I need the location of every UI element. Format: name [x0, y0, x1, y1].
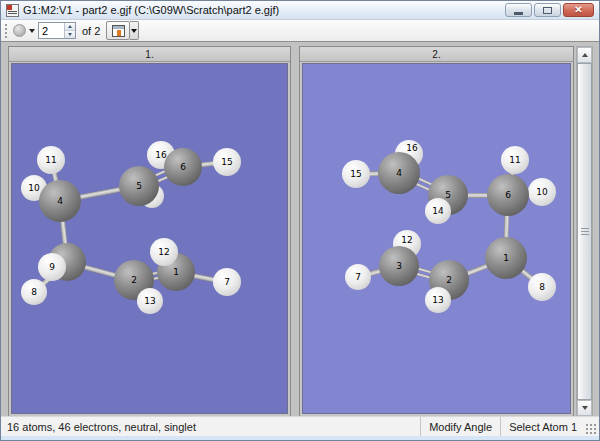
- atom-label: 3: [396, 261, 402, 271]
- toolbar-grip[interactable]: [4, 23, 9, 39]
- maximize-button[interactable]: [534, 3, 561, 17]
- frame-number-input[interactable]: [39, 23, 64, 38]
- status-bar: 16 atoms, 46 electrons, neutral, singlet…: [1, 416, 599, 436]
- atom-C5[interactable]: 5: [119, 166, 159, 206]
- atom-H15[interactable]: 15: [213, 148, 241, 176]
- atom-H14[interactable]: 14: [425, 198, 451, 224]
- frame-total-label: of 2: [82, 25, 100, 37]
- chevron-down-icon: [131, 29, 137, 33]
- atom-label: 6: [180, 162, 186, 172]
- resize-grip[interactable]: [585, 423, 597, 435]
- chevron-down-icon[interactable]: [29, 29, 35, 33]
- frame-spinbox: [38, 22, 76, 39]
- selection-indicator: Select Atom 1: [500, 417, 585, 436]
- atom-H13[interactable]: 13: [425, 287, 451, 313]
- atom-label: 15: [221, 157, 232, 167]
- atom-C6[interactable]: 6: [164, 148, 202, 186]
- atom-C4[interactable]: 4: [378, 152, 420, 194]
- spin-down-icon: [68, 33, 72, 36]
- atom-label: 4: [396, 168, 402, 178]
- atom-H7[interactable]: 7: [213, 268, 241, 296]
- view-panel-1: 1. 10111645615892113127: [8, 46, 291, 417]
- atom-label: 5: [136, 181, 142, 191]
- atom-H8[interactable]: 8: [21, 279, 47, 305]
- frame-toolbar: of 2: [1, 20, 599, 42]
- window-frame-bottom: [1, 436, 599, 440]
- atom-H8[interactable]: 8: [528, 273, 556, 301]
- scroll-up-button[interactable]: [577, 47, 592, 63]
- title-bar: G1:M2:V1 - part2 e.gjf (C:\G09W\Scratch\…: [1, 1, 599, 20]
- atom-label: 6: [505, 190, 511, 200]
- atom-label: 8: [31, 287, 37, 297]
- scroll-down-button[interactable]: [577, 400, 592, 416]
- maximize-icon: [543, 7, 552, 14]
- app-icon: [6, 4, 19, 17]
- panel-1-header[interactable]: 1.: [9, 47, 290, 62]
- atom-label: 16: [406, 143, 417, 153]
- arrow-up-icon: [582, 53, 588, 57]
- close-button[interactable]: ✕: [563, 3, 594, 17]
- atom-H7[interactable]: 7: [345, 264, 371, 290]
- atom-label: 2: [131, 275, 137, 285]
- atom-sphere-button[interactable]: [13, 24, 26, 37]
- panel-2-header[interactable]: 2.: [300, 47, 573, 62]
- atom-C6[interactable]: 6: [487, 174, 529, 216]
- atom-label: 2: [446, 275, 452, 285]
- atom-label: 15: [350, 169, 361, 179]
- atom-label: 4: [57, 196, 63, 206]
- vertical-scrollbar[interactable]: [576, 46, 593, 417]
- molecule-viewport-1[interactable]: 10111645615892113127: [11, 63, 288, 414]
- spin-down-button[interactable]: [65, 30, 75, 38]
- view-panel-2: 2. 1516451411106712321318: [299, 46, 574, 417]
- close-icon: ✕: [574, 5, 582, 15]
- atom-label: 7: [355, 272, 361, 282]
- atom-label: 12: [401, 235, 412, 245]
- atom-label: 13: [432, 295, 443, 305]
- atom-label: 10: [28, 183, 39, 193]
- atom-label: 14: [432, 206, 443, 216]
- multiview-window-icon: [112, 25, 125, 37]
- spin-up-icon: [68, 25, 72, 28]
- spin-up-button[interactable]: [65, 23, 75, 30]
- view-area: 1. 10111645615892113127 2. 1516451411106…: [1, 43, 599, 416]
- atom-label: 5: [445, 190, 451, 200]
- atom-H9[interactable]: 9: [38, 253, 66, 281]
- atom-label: 1: [173, 267, 179, 277]
- atom-label: 10: [536, 187, 547, 197]
- minimize-icon: [514, 12, 523, 15]
- arrow-down-icon: [582, 406, 588, 410]
- molecule-viewport-2[interactable]: 1516451411106712321318: [302, 63, 571, 414]
- scrollbar-thumb[interactable]: [577, 63, 592, 400]
- mode-indicator: Modify Angle: [420, 417, 500, 436]
- atom-label: 13: [144, 296, 155, 306]
- atom-label: 11: [45, 155, 56, 165]
- atom-C3[interactable]: 3: [379, 246, 419, 286]
- gaussview-window: G1:M2:V1 - part2 e.gjf (C:\G09W\Scratch\…: [0, 0, 600, 441]
- molecule-info-text: 16 atoms, 46 electrons, neutral, singlet: [1, 421, 420, 433]
- atom-label: 12: [158, 247, 169, 257]
- multiview-button[interactable]: [106, 21, 130, 40]
- window-title: G1:M2:V1 - part2 e.gjf (C:\G09W\Scratch\…: [23, 4, 279, 16]
- multiview-dropdown-button[interactable]: [130, 21, 139, 40]
- atom-H10[interactable]: 10: [528, 178, 556, 206]
- atom-H13[interactable]: 13: [137, 288, 163, 314]
- atom-label: 9: [49, 262, 55, 272]
- atom-C4[interactable]: 4: [39, 180, 81, 222]
- atom-H11[interactable]: 11: [501, 146, 529, 174]
- atom-label: 7: [224, 277, 230, 287]
- atom-H15[interactable]: 15: [342, 160, 370, 188]
- atom-C1[interactable]: 1: [485, 237, 527, 279]
- atom-H11[interactable]: 11: [37, 146, 65, 174]
- minimize-button[interactable]: [505, 3, 532, 17]
- atom-label: 8: [539, 282, 545, 292]
- scrollbar-grip-icon: [581, 228, 589, 235]
- atom-H12[interactable]: 12: [150, 238, 178, 266]
- atom-label: 11: [509, 155, 520, 165]
- atom-label: 1: [503, 253, 509, 263]
